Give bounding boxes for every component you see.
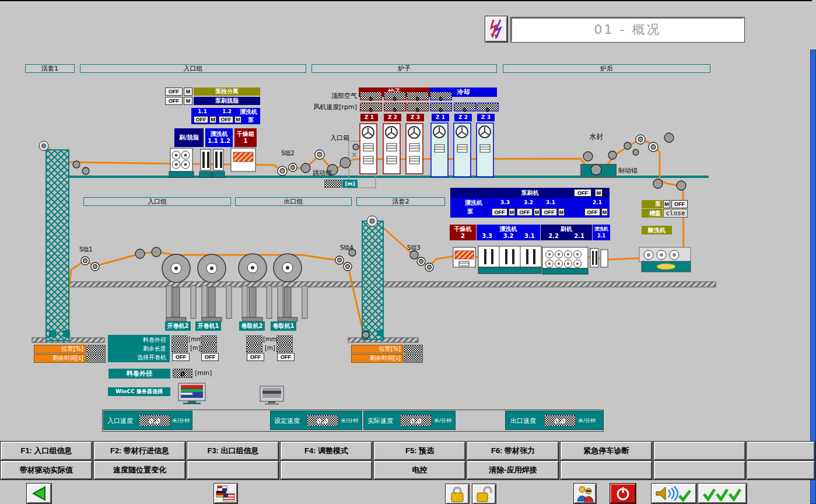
- speed-vs-position-button[interactable]: 速度随位置变化: [94, 461, 185, 480]
- entry-speed-unit: 米/分钟: [172, 417, 190, 425]
- col-3-1: 3.1: [542, 199, 559, 206]
- power-button[interactable]: [610, 484, 636, 503]
- off-button[interactable]: OFF: [517, 208, 533, 216]
- clear-apply-weld-button[interactable]: 清除-应用焊接: [467, 461, 559, 480]
- coil-diameter-field: [276, 335, 293, 344]
- m-button[interactable]: M: [184, 97, 192, 105]
- fkey-empty[interactable]: [747, 461, 815, 480]
- m-button[interactable]: M: [601, 208, 608, 216]
- coiler-1-button[interactable]: 卷取机1: [271, 321, 296, 331]
- off-button[interactable]: OFF: [219, 116, 233, 123]
- rinse-name: 漂洗机: [238, 108, 259, 116]
- col-3-2: 3.2: [520, 199, 537, 206]
- uncoiler-1-button[interactable]: 开卷机1: [195, 321, 221, 331]
- rinse-machine-1-label: 漂洗机 1.1 1.2: [205, 128, 233, 147]
- remaining-length-field: [171, 344, 188, 352]
- exit-machines: [453, 246, 691, 274]
- back-button[interactable]: [27, 484, 51, 503]
- wincc-server-monitor-icon: [178, 383, 205, 404]
- uncoiler-2-button[interactable]: 开卷机2: [165, 321, 191, 331]
- rinse-col-1: 1.1: [195, 108, 210, 116]
- off-button[interactable]: OFF: [492, 208, 507, 216]
- off-button[interactable]: OFF: [541, 208, 557, 216]
- off-button[interactable]: OFF: [194, 116, 208, 123]
- machine-num: 3.2: [503, 233, 514, 240]
- select-coiler-2-button[interactable]: OFF: [247, 353, 264, 361]
- m-button[interactable]: M: [509, 208, 515, 216]
- fkey-f3[interactable]: F3: 出口组信息: [187, 442, 279, 460]
- fkey-empty[interactable]: [654, 461, 745, 480]
- hot-zone-3-chip: Z 3: [407, 114, 424, 121]
- pump-section-sep-label: 泵段分离: [194, 88, 260, 96]
- off-button[interactable]: OFF: [165, 97, 183, 105]
- fkey-f6[interactable]: F6: 带材张力: [467, 442, 559, 460]
- coil-units: [162, 254, 307, 321]
- fkey-f2[interactable]: F2: 带材行进信息: [94, 442, 185, 460]
- section-bar-furnace: 炉子: [311, 64, 497, 73]
- lock-open-button[interactable]: [472, 484, 496, 504]
- logo-button[interactable]: [485, 16, 507, 42]
- section-bar-exit-mid: 出口组: [235, 197, 352, 206]
- m-button[interactable]: M: [209, 116, 216, 123]
- value: 0: [369, 107, 373, 113]
- fkey-empty[interactable]: [561, 461, 652, 480]
- remaining-length-field: [201, 344, 217, 352]
- machine-num: 2.2: [548, 233, 559, 240]
- top-air-value-field: 0: [384, 92, 406, 100]
- entry-speed-segment: 入口速度 0.0 米/分钟: [103, 411, 192, 430]
- s-roll-2-label: S辊2: [281, 150, 295, 157]
- audio-acknowledge-button[interactable]: [652, 484, 696, 503]
- brush-degrease-machine-label: 刷/脱脂: [174, 128, 204, 147]
- fan-speed-value-field: 0: [407, 103, 429, 111]
- m-button[interactable]: M: [595, 189, 603, 197]
- fkey-empty[interactable]: [187, 461, 279, 480]
- col-2-1: 2.1: [589, 199, 605, 206]
- unit-m: [m]: [265, 345, 275, 352]
- m-button[interactable]: M: [663, 200, 670, 208]
- m-button[interactable]: M: [534, 208, 540, 216]
- acknowledge-all-button[interactable]: [698, 484, 747, 503]
- select-uncoiler-2-button[interactable]: OFF: [172, 353, 190, 361]
- fkey-f1[interactable]: F1: 入口组信息: [1, 442, 92, 460]
- section-bar-looper2: 活套2: [356, 197, 445, 206]
- m-button[interactable]: M: [558, 208, 565, 216]
- off-button[interactable]: OFF: [671, 200, 688, 208]
- strip-drive-actuals-button[interactable]: 带材驱动实际值: [1, 461, 92, 480]
- coiler-2-button[interactable]: 卷取机2: [239, 321, 265, 331]
- off-button[interactable]: OFF: [584, 208, 600, 216]
- looper1-remaining-time-label: 剩余时间[s]: [34, 354, 86, 363]
- select-uncoiler-1-button[interactable]: OFF: [201, 353, 219, 361]
- coil-diameter-field: [246, 335, 262, 344]
- m-button[interactable]: M: [234, 116, 241, 123]
- fkey-empty[interactable]: [281, 461, 372, 480]
- estop-diagnosis-button[interactable]: 紧急停车诊断: [561, 442, 652, 460]
- cool-zone-3-chip: Z 3: [477, 114, 495, 121]
- entry-speed-field: 0.0: [139, 415, 170, 426]
- fan-speed-value-field: 0: [384, 103, 406, 111]
- fkey-f5[interactable]: F5: 预选: [374, 442, 465, 460]
- section-bar-entry-mid: 入口组: [83, 197, 231, 206]
- wincc-server-select-button[interactable]: WinCC 服务器选择: [108, 387, 170, 396]
- users-button[interactable]: [574, 484, 596, 503]
- fkey-f4[interactable]: F4: 调整模式: [281, 442, 372, 460]
- section-bar-post-furnace: 炉后: [503, 64, 710, 73]
- fkey-empty[interactable]: [654, 442, 745, 460]
- s-roll-3-label: S辊3: [407, 244, 421, 251]
- rinse-col-2: 1.2: [219, 108, 234, 116]
- machine-label-num: 1: [244, 138, 248, 145]
- unit-min: [min]: [195, 370, 212, 377]
- col-3-3: 3.3: [497, 199, 513, 206]
- fkey-empty[interactable]: [747, 442, 815, 460]
- value: 0: [393, 107, 397, 113]
- machine-num: 2.1: [597, 233, 605, 240]
- m-button[interactable]: M: [184, 88, 192, 96]
- language-select-button[interactable]: [214, 484, 237, 503]
- fan-speed-value-field: 0: [477, 103, 499, 111]
- electrical-control-button[interactable]: 电控: [374, 461, 465, 480]
- lock-closed-button[interactable]: [446, 484, 469, 504]
- fan-speed-value-field: 0: [454, 103, 476, 111]
- off-button[interactable]: OFF: [574, 189, 591, 197]
- off-button[interactable]: OFF: [165, 88, 183, 96]
- fan-speed-value-field: 0: [430, 103, 452, 111]
- select-coiler-1-button[interactable]: OFF: [277, 353, 295, 361]
